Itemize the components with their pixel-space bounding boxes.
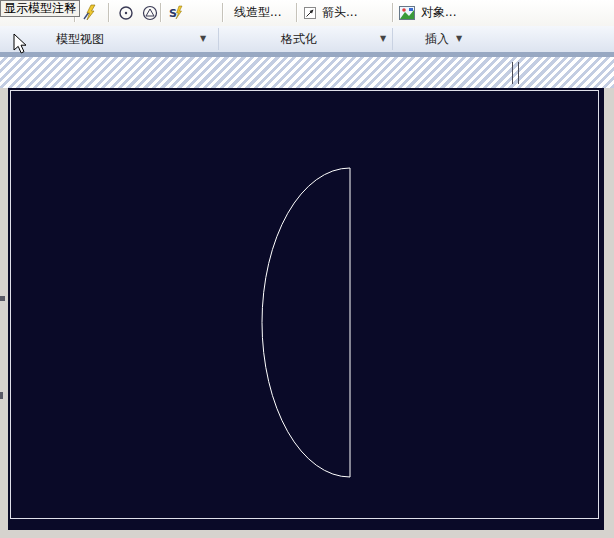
- group-formatting: 格式化: [226, 26, 372, 52]
- toolbar-separator: [392, 3, 393, 22]
- toolbar-separator: [160, 3, 161, 22]
- chevron-down-icon[interactable]: ▼: [456, 34, 462, 44]
- group-formatting-label: 格式化: [281, 31, 317, 48]
- chevron-down-icon[interactable]: ▼: [380, 34, 386, 44]
- tooltip: 显示模型注释: [0, 0, 80, 17]
- object-button[interactable]: 对象...: [417, 3, 460, 22]
- svg-text:S: S: [169, 7, 177, 20]
- toolbar-separator: [108, 3, 109, 22]
- drawing-canvas[interactable]: [8, 88, 604, 530]
- group-separator: [218, 28, 219, 50]
- half-ellipse-shape[interactable]: [8, 88, 604, 530]
- arrow-style-icon: [304, 7, 316, 19]
- symbol-bolt-icon: S: [167, 4, 185, 22]
- chevron-down-icon[interactable]: ▼: [200, 34, 206, 44]
- margin-mark: [0, 296, 5, 301]
- ruler-mark: [518, 62, 519, 84]
- main-toolbar: S 线造型... 箭头...: [0, 0, 614, 53]
- symbol-display-button[interactable]: S: [166, 3, 186, 23]
- datum-axis-display-button[interactable]: [116, 3, 136, 23]
- toolbar-separator: [296, 3, 297, 22]
- group-separator: [392, 28, 393, 50]
- annotation-bolt-icon: [81, 4, 99, 22]
- datum-axis-icon: [117, 4, 135, 22]
- object-icon: [399, 5, 415, 21]
- arrow-style-button-icon-slot[interactable]: [302, 3, 318, 23]
- line-style-button[interactable]: 线造型...: [230, 3, 285, 22]
- ruler-mark: [512, 62, 513, 84]
- group-insert-label: 插入: [425, 31, 449, 48]
- insert-object-icon-button[interactable]: [398, 3, 416, 23]
- mouse-cursor: [13, 33, 29, 55]
- datum-plane-icon: [141, 4, 159, 22]
- group-model-views-label: 模型视图: [56, 31, 104, 48]
- margin-mark: [0, 392, 3, 399]
- datum-plane-display-button[interactable]: [140, 3, 160, 23]
- toolbar-row-buttons: S 线造型... 箭头...: [0, 0, 614, 26]
- toolbar-separator: [222, 3, 223, 22]
- background-hatch: [0, 57, 614, 88]
- arrow-button[interactable]: 箭头...: [318, 3, 361, 22]
- show-annotations-button[interactable]: [80, 3, 100, 23]
- toolbar-row-groups: 模型视图 ▼ 格式化 ▼ 插入 ▼: [0, 26, 614, 52]
